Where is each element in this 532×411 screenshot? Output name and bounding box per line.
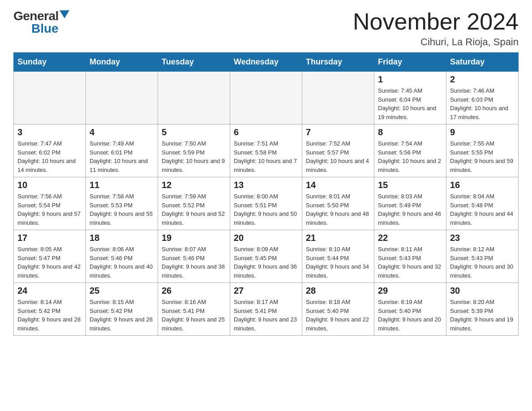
header-sunday: Sunday (14, 53, 86, 72)
day-info: Sunrise: 8:14 AM Sunset: 5:42 PM Dayligh… (17, 298, 82, 333)
day-info: Sunrise: 8:09 AM Sunset: 5:45 PM Dayligh… (234, 245, 298, 280)
calendar-cell: 27Sunrise: 8:17 AM Sunset: 5:41 PM Dayli… (230, 283, 302, 336)
svg-marker-0 (60, 10, 69, 18)
day-number: 7 (306, 127, 370, 137)
day-number: 24 (17, 286, 82, 296)
day-info: Sunrise: 8:12 AM Sunset: 5:43 PM Dayligh… (450, 245, 515, 280)
calendar-cell: 19Sunrise: 8:07 AM Sunset: 5:46 PM Dayli… (158, 230, 230, 283)
day-info: Sunrise: 8:07 AM Sunset: 5:46 PM Dayligh… (162, 245, 226, 280)
calendar-cell: 10Sunrise: 7:56 AM Sunset: 5:54 PM Dayli… (14, 177, 86, 230)
calendar-cell (158, 72, 230, 124)
day-number: 6 (234, 127, 298, 137)
day-info: Sunrise: 7:49 AM Sunset: 6:01 PM Dayligh… (90, 139, 154, 174)
week-row-1: 3Sunrise: 7:47 AM Sunset: 6:02 PM Daylig… (14, 124, 519, 177)
day-info: Sunrise: 8:06 AM Sunset: 5:46 PM Dayligh… (90, 245, 154, 280)
day-number: 4 (90, 127, 154, 137)
title-block: November 2024 Cihuri, La Rioja, Spain (353, 9, 519, 48)
day-info: Sunrise: 7:56 AM Sunset: 5:54 PM Dayligh… (17, 192, 82, 227)
calendar-title: November 2024 (353, 9, 519, 34)
calendar-header-row: SundayMondayTuesdayWednesdayThursdayFrid… (14, 53, 519, 72)
calendar-cell: 9Sunrise: 7:55 AM Sunset: 5:55 PM Daylig… (446, 124, 519, 177)
calendar-cell: 1Sunrise: 7:45 AM Sunset: 6:04 PM Daylig… (374, 72, 446, 124)
calendar-cell: 15Sunrise: 8:03 AM Sunset: 5:49 PM Dayli… (374, 177, 446, 230)
calendar-cell: 7Sunrise: 7:52 AM Sunset: 5:57 PM Daylig… (302, 124, 374, 177)
day-info: Sunrise: 8:20 AM Sunset: 5:39 PM Dayligh… (450, 298, 515, 333)
calendar-cell: 8Sunrise: 7:54 AM Sunset: 5:56 PM Daylig… (374, 124, 446, 177)
day-info: Sunrise: 8:15 AM Sunset: 5:42 PM Dayligh… (90, 298, 154, 333)
day-number: 8 (378, 127, 442, 137)
header-monday: Monday (86, 53, 158, 72)
calendar-cell: 29Sunrise: 8:19 AM Sunset: 5:40 PM Dayli… (374, 283, 446, 336)
day-number: 27 (234, 286, 298, 296)
calendar-cell: 17Sunrise: 8:05 AM Sunset: 5:47 PM Dayli… (14, 230, 86, 283)
day-info: Sunrise: 8:05 AM Sunset: 5:47 PM Dayligh… (17, 245, 82, 280)
calendar-cell: 12Sunrise: 7:59 AM Sunset: 5:52 PM Dayli… (158, 177, 230, 230)
calendar-table: SundayMondayTuesdayWednesdayThursdayFrid… (13, 52, 519, 336)
day-number: 23 (450, 233, 515, 243)
day-number: 11 (90, 180, 154, 190)
calendar-cell: 2Sunrise: 7:46 AM Sunset: 6:03 PM Daylig… (446, 72, 519, 124)
calendar-cell: 23Sunrise: 8:12 AM Sunset: 5:43 PM Dayli… (446, 230, 519, 283)
day-info: Sunrise: 7:45 AM Sunset: 6:04 PM Dayligh… (378, 86, 442, 121)
day-number: 9 (450, 127, 515, 137)
day-number: 1 (378, 74, 442, 85)
day-info: Sunrise: 7:52 AM Sunset: 5:57 PM Dayligh… (306, 139, 370, 174)
calendar-cell (86, 72, 158, 124)
day-number: 3 (17, 127, 82, 137)
day-info: Sunrise: 7:51 AM Sunset: 5:58 PM Dayligh… (234, 139, 298, 174)
logo-blue-text: Blue (31, 21, 59, 36)
day-number: 10 (17, 180, 82, 190)
day-number: 13 (234, 180, 298, 190)
calendar-cell: 16Sunrise: 8:04 AM Sunset: 5:48 PM Dayli… (446, 177, 519, 230)
day-info: Sunrise: 7:59 AM Sunset: 5:52 PM Dayligh… (162, 192, 226, 227)
day-number: 26 (162, 286, 226, 296)
calendar-cell: 5Sunrise: 7:50 AM Sunset: 5:59 PM Daylig… (158, 124, 230, 177)
day-info: Sunrise: 8:01 AM Sunset: 5:50 PM Dayligh… (306, 192, 370, 227)
day-info: Sunrise: 8:18 AM Sunset: 5:40 PM Dayligh… (306, 298, 370, 333)
day-number: 28 (306, 286, 370, 296)
day-info: Sunrise: 8:03 AM Sunset: 5:49 PM Dayligh… (378, 192, 442, 227)
week-row-3: 17Sunrise: 8:05 AM Sunset: 5:47 PM Dayli… (14, 230, 519, 283)
day-info: Sunrise: 7:58 AM Sunset: 5:53 PM Dayligh… (90, 192, 154, 227)
calendar-subtitle: Cihuri, La Rioja, Spain (353, 36, 519, 48)
day-info: Sunrise: 7:47 AM Sunset: 6:02 PM Dayligh… (17, 139, 82, 174)
calendar-cell: 30Sunrise: 8:20 AM Sunset: 5:39 PM Dayli… (446, 283, 519, 336)
day-info: Sunrise: 7:54 AM Sunset: 5:56 PM Dayligh… (378, 139, 442, 174)
day-info: Sunrise: 8:10 AM Sunset: 5:44 PM Dayligh… (306, 245, 370, 280)
header-wednesday: Wednesday (230, 53, 302, 72)
calendar-cell: 4Sunrise: 7:49 AM Sunset: 6:01 PM Daylig… (86, 124, 158, 177)
calendar-cell (14, 72, 86, 124)
day-number: 19 (162, 233, 226, 243)
day-number: 15 (378, 180, 442, 190)
day-number: 12 (162, 180, 226, 190)
calendar-cell: 25Sunrise: 8:15 AM Sunset: 5:42 PM Dayli… (86, 283, 158, 336)
day-number: 17 (17, 233, 82, 243)
day-info: Sunrise: 8:04 AM Sunset: 5:48 PM Dayligh… (450, 192, 515, 227)
day-number: 16 (450, 180, 515, 190)
header-friday: Friday (374, 53, 446, 72)
day-info: Sunrise: 8:19 AM Sunset: 5:40 PM Dayligh… (378, 298, 442, 333)
calendar-cell (302, 72, 374, 124)
calendar-cell: 22Sunrise: 8:11 AM Sunset: 5:43 PM Dayli… (374, 230, 446, 283)
calendar-cell: 3Sunrise: 7:47 AM Sunset: 6:02 PM Daylig… (14, 124, 86, 177)
logo-blue-label: Blue (31, 21, 59, 36)
header-saturday: Saturday (446, 53, 519, 72)
week-row-2: 10Sunrise: 7:56 AM Sunset: 5:54 PM Dayli… (14, 177, 519, 230)
day-info: Sunrise: 8:16 AM Sunset: 5:41 PM Dayligh… (162, 298, 226, 333)
calendar-cell: 18Sunrise: 8:06 AM Sunset: 5:46 PM Dayli… (86, 230, 158, 283)
calendar-cell: 14Sunrise: 8:01 AM Sunset: 5:50 PM Dayli… (302, 177, 374, 230)
week-row-4: 24Sunrise: 8:14 AM Sunset: 5:42 PM Dayli… (14, 283, 519, 336)
calendar-cell: 13Sunrise: 8:00 AM Sunset: 5:51 PM Dayli… (230, 177, 302, 230)
day-number: 18 (90, 233, 154, 243)
header-tuesday: Tuesday (158, 53, 230, 72)
day-info: Sunrise: 7:50 AM Sunset: 5:59 PM Dayligh… (162, 139, 226, 174)
page-header: General Blue November 2024 Cihuri, La Ri… (13, 9, 519, 48)
calendar-cell: 6Sunrise: 7:51 AM Sunset: 5:58 PM Daylig… (230, 124, 302, 177)
day-number: 5 (162, 127, 226, 137)
calendar-cell: 20Sunrise: 8:09 AM Sunset: 5:45 PM Dayli… (230, 230, 302, 283)
day-info: Sunrise: 8:00 AM Sunset: 5:51 PM Dayligh… (234, 192, 298, 227)
header-thursday: Thursday (302, 53, 374, 72)
day-info: Sunrise: 8:11 AM Sunset: 5:43 PM Dayligh… (378, 245, 442, 280)
day-number: 22 (378, 233, 442, 243)
day-number: 2 (450, 74, 515, 85)
